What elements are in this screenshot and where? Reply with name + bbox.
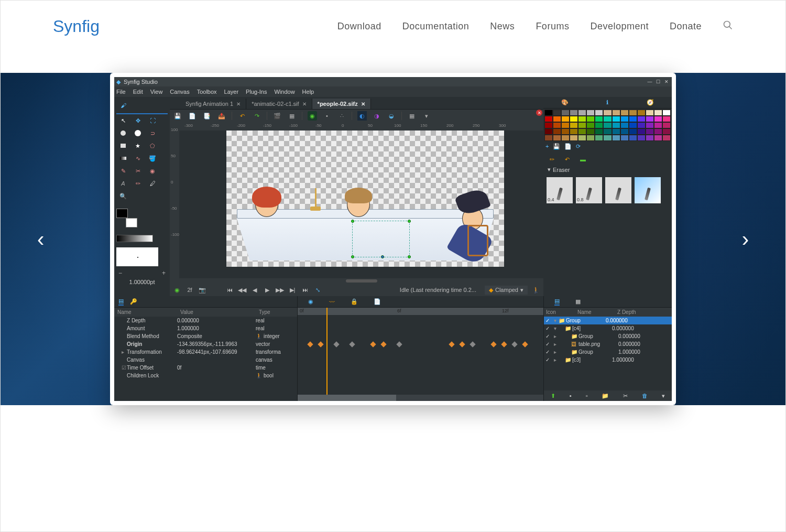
palette-swatch[interactable] (595, 110, 603, 116)
palette-swatch[interactable] (629, 116, 637, 122)
palette-swatch[interactable] (544, 116, 553, 122)
search-icon[interactable] (723, 20, 733, 32)
palette-swatch[interactable] (662, 116, 671, 122)
playback-mode-1-icon[interactable]: ◉ (173, 286, 181, 294)
palette-swatch[interactable] (595, 135, 603, 141)
polygon-tool-icon[interactable]: ⬠ (148, 141, 157, 150)
play-icon[interactable]: ▶ (263, 286, 271, 294)
param-row[interactable]: ☑Time Offset0ftime (114, 364, 297, 372)
width-tool-icon[interactable]: ◉ (148, 166, 157, 176)
palette-swatch[interactable] (544, 110, 553, 116)
palette-swatch[interactable] (637, 135, 646, 141)
param-row[interactable]: Blend MethodComposite🚶integer (114, 332, 297, 340)
palette-add-icon[interactable]: + (545, 143, 549, 150)
palette-refresh-icon[interactable]: ⟳ (576, 143, 581, 150)
palette-swatch[interactable] (570, 128, 578, 135)
palette-swatch[interactable] (544, 135, 553, 141)
param-row[interactable]: Origin-134.369356px,-111.9963vector (114, 340, 297, 348)
layer-header-name[interactable]: Name (575, 308, 615, 317)
seek-last-icon[interactable]: ⏭ (301, 286, 309, 294)
palette-swatch[interactable] (586, 128, 595, 135)
palette-swatch[interactable] (561, 116, 570, 122)
playback-mode-2-icon[interactable]: 2f (185, 286, 194, 294)
window-minimize-icon[interactable]: — (647, 79, 653, 85)
palette-swatch[interactable] (654, 110, 662, 116)
brush-preset-4[interactable] (635, 177, 661, 203)
view-2-icon[interactable]: ◑ (372, 111, 381, 121)
palette-swatch[interactable] (646, 122, 654, 128)
palette-swatch[interactable] (586, 135, 595, 141)
brush-tab-2-icon[interactable]: ↶ (565, 156, 570, 163)
palette-swatch[interactable] (595, 116, 603, 122)
brush-size-decrease[interactable]: − (118, 269, 122, 277)
palette-swatch[interactable] (637, 116, 646, 122)
menu-toolbox[interactable]: Toolbox (197, 89, 217, 95)
palette-swatch[interactable] (637, 110, 646, 116)
param-header-value[interactable]: Value (177, 308, 256, 317)
palette-swatch[interactable] (646, 128, 654, 135)
palette-swatch[interactable] (646, 110, 654, 116)
close-icon[interactable]: ✕ (302, 101, 307, 107)
palette-swatch[interactable] (544, 128, 553, 135)
layer-duplicate-icon[interactable]: 📁 (602, 393, 609, 399)
brush-tab-3-icon[interactable]: ▬ (580, 156, 586, 163)
eyedrop-tool-icon[interactable]: 🔍 (118, 191, 128, 201)
layer-raise-icon[interactable]: ▪ (570, 393, 572, 399)
export-icon[interactable]: 📤 (217, 111, 226, 121)
spline-tool-icon[interactable]: ∿ (133, 154, 143, 163)
seek-next-kf-icon[interactable]: ▶| (288, 286, 297, 294)
menu-plugins[interactable]: Plug-Ins (246, 89, 267, 95)
bone-tool-icon[interactable]: ⤡ (313, 286, 322, 294)
gradient-tool-icon[interactable] (118, 154, 128, 163)
palette-swatch[interactable] (620, 135, 629, 141)
palette-swatch[interactable] (578, 122, 586, 128)
site-logo[interactable]: Synfig (53, 17, 100, 36)
param-row[interactable]: Children Lock🚶bool (114, 372, 297, 379)
layer-row[interactable]: ✓▸📁[c3]1.000000 (544, 356, 672, 364)
cutout-tool-icon[interactable]: ✂ (133, 166, 143, 176)
foreground-color-swatch[interactable] (116, 209, 128, 218)
circle-tool-icon[interactable] (118, 128, 128, 138)
palette-swatch[interactable] (620, 110, 629, 116)
brush-preset-1[interactable]: 0.4 (547, 177, 573, 203)
palette-swatch[interactable] (603, 135, 612, 141)
palette-swatch[interactable] (629, 135, 637, 141)
param-row[interactable]: Amount1.000000real (114, 324, 297, 332)
preview-icon[interactable]: ▦ (287, 111, 297, 121)
palette-swatch[interactable] (553, 128, 561, 135)
canvas-viewport[interactable] (179, 131, 543, 278)
animate-mode-icon[interactable]: 🚶 (532, 286, 540, 294)
save-as-icon[interactable]: 📄 (188, 111, 197, 121)
palette-swatch[interactable] (654, 122, 662, 128)
layer-row[interactable]: ✓▸📁Group1.000000 (544, 348, 672, 356)
onion-future-icon[interactable]: ∴ (337, 111, 346, 121)
save-icon[interactable]: 💾 (173, 111, 182, 121)
menu-view[interactable]: View (150, 89, 163, 95)
palette-swatch[interactable] (578, 116, 586, 122)
layer-row[interactable]: ✓▾📁Group0.000000 (544, 317, 672, 324)
palette-swatch[interactable] (561, 122, 570, 128)
palette-swatch[interactable] (544, 122, 553, 128)
palette-swatch[interactable] (629, 128, 637, 135)
palette-swatch[interactable] (570, 135, 578, 141)
layer-new-icon[interactable]: ⬆ (551, 393, 555, 399)
toolbox-tab-icon[interactable]: 🖌 (118, 101, 128, 110)
palette-swatch[interactable] (654, 128, 662, 135)
palette-swatch[interactable] (553, 135, 561, 141)
palette-swatch[interactable] (612, 110, 620, 116)
palette-swatch[interactable] (612, 128, 620, 135)
background-color-swatch[interactable] (126, 218, 137, 227)
keyframes-tab-icon[interactable]: 🔑 (130, 298, 137, 305)
palette-swatch[interactable] (586, 122, 595, 128)
palette-swatch[interactable] (612, 122, 620, 128)
doc-tab-3[interactable]: *people-02.sifz✕ (312, 99, 371, 109)
palette-save-icon[interactable]: 💾 (553, 143, 560, 150)
palette-swatch[interactable] (561, 135, 570, 141)
palette-swatch[interactable] (570, 110, 578, 116)
view-3-icon[interactable]: ◒ (387, 111, 396, 121)
palette-swatch[interactable] (595, 122, 603, 128)
history-tab-icon[interactable]: 🔒 (351, 298, 358, 305)
palette-swatch[interactable] (570, 122, 578, 128)
seek-prev-icon[interactable]: ◀ (250, 286, 259, 294)
ellipse-tool-icon[interactable] (133, 128, 143, 138)
